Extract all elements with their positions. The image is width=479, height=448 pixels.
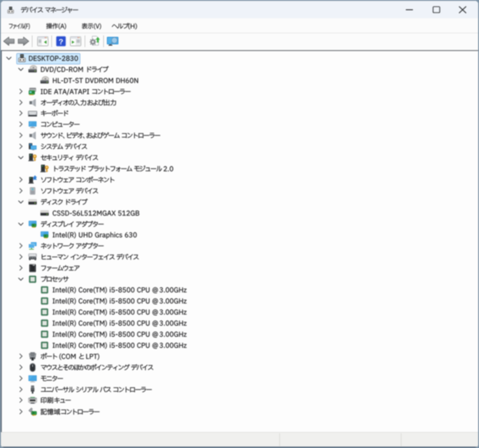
svg-text:?: ? — [59, 38, 63, 46]
